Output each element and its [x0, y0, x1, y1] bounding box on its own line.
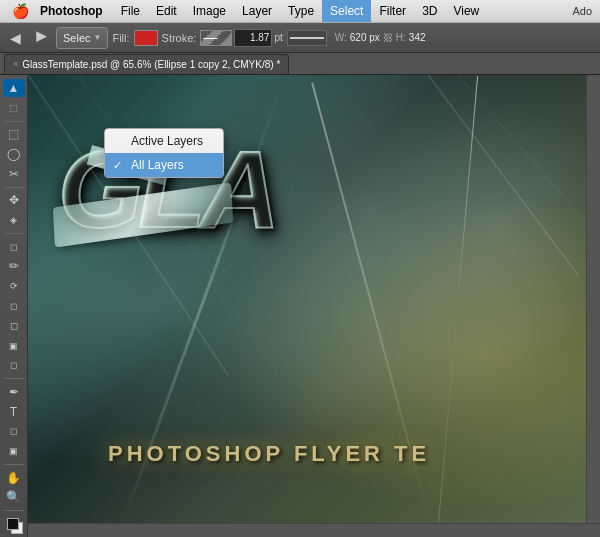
dropdown-item-all-layers[interactable]: ✓ All Layers	[105, 153, 223, 177]
menu-layer[interactable]: Layer	[234, 0, 280, 22]
tool-brush[interactable]: ✏	[3, 258, 25, 276]
tool-shape[interactable]: ▣	[3, 442, 25, 460]
tool-history[interactable]: ◻	[3, 297, 25, 315]
svg-line-0	[28, 75, 228, 375]
tool-foreground-bg[interactable]	[3, 515, 25, 533]
tool-divider-2	[4, 187, 24, 188]
line-style-picker[interactable]	[287, 30, 327, 46]
chrome-ribbon	[53, 182, 233, 247]
menu-3d[interactable]: 3D	[414, 0, 445, 22]
document-tab[interactable]: × GlassTemplate.psd @ 65.6% (Ellipse 1 c…	[4, 54, 289, 74]
canvas-area: GLA PHOTOSHOP FLYER TE Active Layers	[28, 75, 600, 537]
stroke-label: Stroke:	[162, 32, 197, 44]
tool-crop[interactable]: ✥	[3, 191, 25, 209]
toolbar-arrow-left[interactable]: ◀	[4, 27, 26, 49]
w-label: W:	[335, 32, 347, 43]
tool-lasso[interactable]: ◯	[3, 145, 25, 163]
main-layout: ▲ ⬚ ⬚ ◯ ✂ ✥ ◈ ◻ ✏ ⟳ ◻ ◻ ▣ ◻ ✒ T ◻ ▣ ✋ 🔍	[0, 75, 600, 537]
menu-filter[interactable]: Filter	[371, 0, 414, 22]
apple-icon: 🍎	[12, 3, 29, 19]
subtitle-text: PHOTOSHOP FLYER TE	[108, 441, 430, 467]
tool-hand[interactable]: ✋	[3, 469, 25, 487]
menu-file[interactable]: File	[113, 0, 148, 22]
toolbar: ◀ ◀ Selec Fill: Stroke: pt W: 620 px ⛓ H…	[0, 23, 600, 53]
menu-type[interactable]: Type	[280, 0, 322, 22]
tool-gradient[interactable]: ▣	[3, 337, 25, 355]
toolbox: ▲ ⬚ ⬚ ◯ ✂ ✥ ◈ ◻ ✏ ⟳ ◻ ◻ ▣ ◻ ✒ T ◻ ▣ ✋ 🔍	[0, 75, 28, 537]
dropdown-label-active-layers: Active Layers	[131, 134, 203, 148]
tool-divider-4	[4, 378, 24, 379]
tool-heal[interactable]: ◻	[3, 238, 25, 256]
tool-marquee[interactable]: ⬚	[3, 125, 25, 143]
horizontal-scrollbar[interactable]	[28, 523, 600, 537]
tool-blur[interactable]: ◻	[3, 356, 25, 374]
menubar: 🍎 Photoshop File Edit Image Layer Type S…	[0, 0, 600, 23]
select-subject-button[interactable]: Selec	[56, 27, 108, 49]
checkmark-all-layers: ✓	[113, 159, 125, 172]
svg-line-4	[458, 75, 588, 225]
vertical-scrollbar[interactable]	[586, 75, 600, 537]
line-preview	[290, 37, 324, 39]
menu-view[interactable]: View	[445, 0, 487, 22]
select-label: Selec	[63, 32, 91, 44]
light-beam-3	[437, 76, 478, 536]
menu-select[interactable]: Select	[322, 0, 371, 22]
light-beam-2	[311, 83, 433, 530]
stroke-unit: pt	[274, 32, 282, 43]
dropdown-item-active-layers[interactable]: Active Layers	[105, 129, 223, 153]
tabbar: × GlassTemplate.psd @ 65.6% (Ellipse 1 c…	[0, 53, 600, 75]
stroke-width-input[interactable]	[234, 29, 272, 47]
width-height-fields: W: 620 px ⛓ H: 342	[335, 32, 426, 43]
menu-edit[interactable]: Edit	[148, 0, 185, 22]
dropdown-label-all-layers: All Layers	[131, 158, 184, 172]
link-icon[interactable]: ⛓	[383, 32, 393, 43]
fill-color-swatch[interactable]	[134, 30, 158, 46]
stroke-style-swatch[interactable]	[200, 30, 232, 46]
tab-close[interactable]: ×	[13, 59, 18, 69]
tool-eyedropper[interactable]: ◈	[3, 211, 25, 229]
tool-zoom[interactable]: 🔍	[3, 489, 25, 507]
svg-line-1	[78, 75, 278, 375]
menu-image[interactable]: Image	[185, 0, 234, 22]
tool-divider-1	[4, 121, 24, 122]
tool-quick-select[interactable]: ✂	[3, 165, 25, 183]
app-name: Photoshop	[40, 4, 113, 18]
tool-pen[interactable]: ✒	[3, 383, 25, 401]
tool-move[interactable]: ▲	[3, 79, 25, 97]
menubar-right-text: Ado	[572, 5, 600, 17]
toolbar-arrow-right[interactable]: ◀	[30, 27, 52, 49]
tool-path-select[interactable]: ◻	[3, 423, 25, 441]
tool-eraser[interactable]: ◻	[3, 317, 25, 335]
h-label: H:	[396, 32, 406, 43]
tool-type[interactable]: T	[3, 403, 25, 421]
h-value: 342	[409, 32, 426, 43]
tool-artboard[interactable]: ⬚	[3, 99, 25, 117]
svg-line-3	[428, 75, 578, 275]
tool-clone[interactable]: ⟳	[3, 277, 25, 295]
tab-title: GlassTemplate.psd @ 65.6% (Ellipse 1 cop…	[22, 59, 280, 70]
apple-menu[interactable]: 🍎	[0, 3, 40, 19]
glow-circle	[380, 105, 600, 355]
w-value: 620 px	[350, 32, 380, 43]
stroke-container: pt	[200, 29, 282, 47]
tool-divider-6	[4, 510, 24, 511]
tool-divider-3	[4, 233, 24, 234]
layer-select-dropdown[interactable]: Active Layers ✓ All Layers	[104, 128, 224, 178]
fill-label: Fill:	[112, 32, 129, 44]
tool-divider-5	[4, 464, 24, 465]
